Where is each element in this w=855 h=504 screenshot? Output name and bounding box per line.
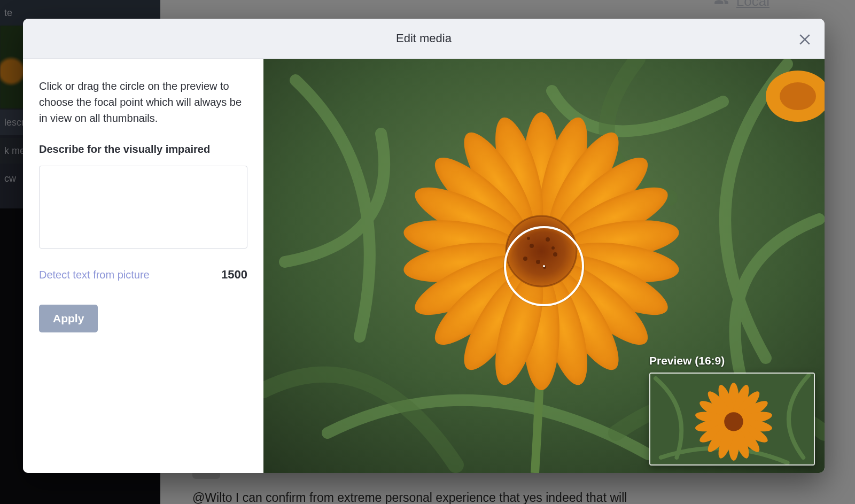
svg-point-16 (724, 412, 743, 431)
modal-title: Edit media (396, 32, 452, 45)
edit-media-controls: Click or drag the circle on the preview … (23, 59, 263, 473)
focal-point-handle[interactable] (504, 226, 584, 306)
preview-thumb (649, 373, 815, 466)
focal-point-instructions: Click or drag the circle on the preview … (39, 78, 247, 126)
detect-text-link[interactable]: Detect text from picture (39, 267, 150, 283)
char-count: 1500 (221, 266, 247, 283)
edit-media-modal: Edit media Click or drag the circle on t… (23, 19, 825, 473)
modal-header: Edit media (23, 19, 825, 59)
description-label: Describe for the visually impaired (39, 141, 247, 157)
preview-label: Preview (16:9) (649, 354, 815, 367)
preview-box: Preview (16:9) (649, 354, 815, 466)
close-icon[interactable] (797, 30, 813, 46)
description-input[interactable] (39, 166, 247, 249)
apply-button[interactable]: Apply (39, 305, 98, 332)
svg-point-2 (780, 82, 816, 110)
focal-point-canvas[interactable]: Preview (16:9) (263, 59, 825, 473)
